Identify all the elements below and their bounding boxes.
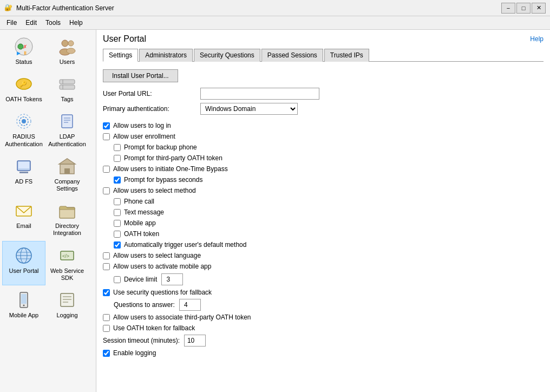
checkbox-label-oath-token[interactable]: OATH token bbox=[124, 230, 159, 238]
sidebar-item-user-portal[interactable]: User Portal bbox=[2, 241, 45, 285]
checkbox-phone-call[interactable] bbox=[114, 198, 121, 205]
svg-text:</>: </> bbox=[62, 253, 69, 259]
svg-text:⏸: ⏸ bbox=[23, 50, 28, 56]
checkbox-device-limit[interactable] bbox=[114, 276, 121, 283]
sidebar-label-logging: Logging bbox=[56, 312, 77, 319]
checkbox-label-allow-third-party-oath[interactable]: Allow users to associate third-party OAT… bbox=[113, 313, 251, 321]
sidebar-item-tags[interactable]: Tags bbox=[45, 69, 89, 107]
sidebar-item-directory[interactable]: Directory Integration bbox=[45, 196, 89, 240]
sidebar-label-adfs: AD FS bbox=[15, 178, 32, 185]
user-portal-icon bbox=[13, 245, 35, 266]
checkbox-row-use-security-questions: Use security questions for fallback bbox=[103, 288, 544, 297]
checkbox-enable-logging[interactable] bbox=[103, 350, 110, 357]
questions-spinner[interactable]: 4 bbox=[179, 299, 201, 311]
svg-point-7 bbox=[62, 40, 68, 47]
checkbox-oath-token[interactable] bbox=[114, 231, 121, 238]
checkbox-allow-select-language[interactable] bbox=[103, 252, 110, 259]
checkbox-allow-enrollment[interactable] bbox=[103, 133, 110, 140]
checkbox-label-phone-call[interactable]: Phone call bbox=[124, 198, 154, 205]
checkbox-label-allow-activate-mobile[interactable]: Allow users to activate mobile app bbox=[113, 263, 211, 270]
ldap-icon bbox=[56, 110, 78, 132]
tab-settings[interactable]: Settings bbox=[103, 49, 138, 62]
checkbox-row-allow-login: Allow users to log in bbox=[103, 121, 544, 130]
checkbox-label-allow-enrollment[interactable]: Allow user enrollment bbox=[113, 133, 175, 140]
sidebar-item-email[interactable]: Email bbox=[2, 196, 45, 240]
checkbox-label-device-limit[interactable]: Device limit bbox=[124, 276, 157, 283]
checkbox-label-use-oath-fallback[interactable]: Use OATH token for fallback bbox=[113, 324, 195, 332]
checkbox-label-allow-bypass[interactable]: Allow users to initiate One-Time Bypass bbox=[113, 165, 228, 173]
checkbox-allow-activate-mobile[interactable] bbox=[103, 263, 110, 270]
settings-panel: Install User Portal... User Portal URL: … bbox=[103, 67, 544, 362]
checkbox-label-enable-logging[interactable]: Enable logging bbox=[113, 349, 156, 357]
tab-passed-sessions[interactable]: Passed Sessions bbox=[261, 49, 323, 62]
svg-rect-13 bbox=[60, 80, 75, 84]
checkbox-row-prompt-third-party: Prompt for third-party OATH token bbox=[114, 154, 544, 162]
menu-tools[interactable]: Tools bbox=[41, 17, 65, 28]
checkbox-text-message[interactable] bbox=[114, 209, 121, 216]
tab-trusted-ips[interactable]: Trusted IPs bbox=[324, 49, 369, 62]
checkbox-label-auto-trigger[interactable]: Automatically trigger user's default met… bbox=[124, 241, 246, 249]
sidebar-label-email: Email bbox=[16, 223, 31, 230]
install-button[interactable]: Install User Portal... bbox=[103, 69, 178, 82]
checkbox-prompt-third-party[interactable] bbox=[114, 155, 121, 162]
checkbox-use-oath-fallback[interactable] bbox=[103, 325, 110, 332]
sidebar-item-ldap[interactable]: LDAP Authentication bbox=[45, 107, 89, 151]
checkbox-row-prompt-bypass: Prompt for bypass seconds bbox=[114, 175, 544, 184]
checkbox-row-allow-bypass: Allow users to initiate One-Time Bypass bbox=[103, 165, 544, 173]
content-area: User Portal Help Settings Administrators… bbox=[96, 30, 550, 392]
url-input[interactable] bbox=[200, 88, 319, 100]
users-icon bbox=[56, 36, 78, 57]
checkbox-prompt-bypass[interactable] bbox=[114, 177, 121, 184]
checkbox-auto-trigger[interactable] bbox=[114, 241, 121, 249]
maximize-button[interactable]: □ bbox=[516, 3, 531, 14]
svg-text:🔑: 🔑 bbox=[19, 80, 27, 88]
sidebar-item-radius[interactable]: RADIUS Authentication bbox=[2, 107, 45, 151]
checkbox-label-use-security-questions[interactable]: Use security questions for fallback bbox=[113, 289, 212, 296]
svg-point-9 bbox=[68, 41, 74, 46]
sidebar-item-adfs[interactable]: AD FS bbox=[2, 152, 45, 196]
checkbox-label-prompt-third-party[interactable]: Prompt for third-party OATH token bbox=[124, 154, 222, 162]
checkbox-allow-bypass[interactable] bbox=[103, 166, 110, 173]
sidebar-item-company[interactable]: Company Settings bbox=[45, 152, 89, 196]
sidebar-item-users[interactable]: Users bbox=[45, 32, 89, 69]
checkbox-label-text-message[interactable]: Text message bbox=[124, 208, 164, 216]
minimize-button[interactable]: − bbox=[501, 3, 515, 14]
svg-rect-29 bbox=[64, 168, 70, 174]
session-timeout-spinner[interactable]: 10 bbox=[184, 335, 206, 347]
company-icon bbox=[56, 155, 78, 177]
session-timeout-label: Session timeout (minutes): bbox=[103, 337, 180, 344]
main-layout: ✓ ✗ ▶ ⏸ Status Users bbox=[0, 30, 550, 392]
close-button[interactable]: ✕ bbox=[532, 3, 546, 14]
checkbox-allow-login[interactable] bbox=[103, 122, 110, 129]
checkbox-row-allow-select-language: Allow users to select language bbox=[103, 251, 544, 260]
sidebar-item-mobile-app[interactable]: Mobile App bbox=[2, 285, 45, 323]
sidebar-item-status[interactable]: ✓ ✗ ▶ ⏸ Status bbox=[2, 32, 45, 69]
checkbox-label-allow-select-method[interactable]: Allow users to select method bbox=[113, 187, 196, 194]
app-icon: 🔐 bbox=[4, 4, 13, 12]
primary-auth-row: Primary authentication: Windows Domain R… bbox=[103, 103, 544, 115]
checkbox-use-security-questions[interactable] bbox=[103, 289, 110, 296]
checkbox-label-prompt-bypass[interactable]: Prompt for bypass seconds bbox=[124, 176, 202, 184]
checkbox-row-prompt-backup: Prompt for backup phone bbox=[114, 143, 544, 152]
primary-auth-select[interactable]: Windows Domain RADIUS LDAP Active Direct… bbox=[200, 103, 298, 115]
checkbox-row-phone-call: Phone call bbox=[114, 197, 544, 206]
checkbox-prompt-backup[interactable] bbox=[114, 144, 121, 151]
checkbox-label-allow-select-language[interactable]: Allow users to select language bbox=[113, 252, 201, 259]
help-link[interactable]: Help bbox=[530, 35, 544, 43]
menu-file[interactable]: File bbox=[2, 17, 21, 28]
tab-security-questions[interactable]: Security Questions bbox=[194, 49, 260, 62]
checkbox-allow-select-method[interactable] bbox=[103, 187, 110, 194]
sidebar-item-web-service[interactable]: </> Web Service SDK bbox=[45, 241, 89, 285]
tab-administrators[interactable]: Administrators bbox=[139, 49, 193, 62]
sidebar-item-oath-tokens[interactable]: 🔑 OATH Tokens bbox=[2, 69, 45, 107]
checkbox-label-mobile-app[interactable]: Mobile app bbox=[124, 219, 156, 227]
menu-edit[interactable]: Edit bbox=[21, 17, 41, 28]
device-limit-spinner[interactable] bbox=[161, 273, 183, 285]
sidebar-item-logging[interactable]: Logging bbox=[45, 285, 89, 323]
checkbox-mobile-app[interactable] bbox=[114, 220, 121, 227]
checkbox-label-allow-login[interactable]: Allow users to log in bbox=[113, 122, 171, 129]
checkbox-label-prompt-backup[interactable]: Prompt for backup phone bbox=[124, 143, 197, 151]
menu-help[interactable]: Help bbox=[65, 17, 87, 28]
sidebar: ✓ ✗ ▶ ⏸ Status Users bbox=[0, 30, 96, 392]
checkbox-allow-third-party-oath[interactable] bbox=[103, 314, 110, 321]
